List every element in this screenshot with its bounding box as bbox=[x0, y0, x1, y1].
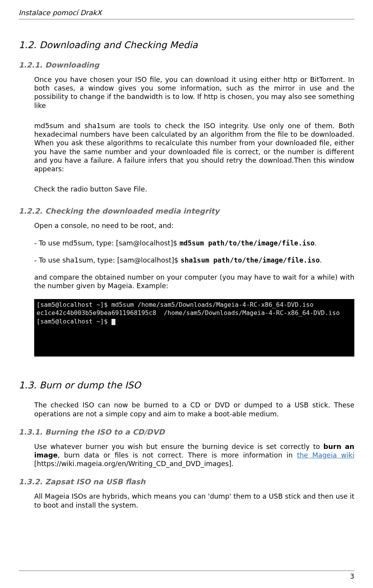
section-1-2-2-body: Open a console, no need to be root, and:… bbox=[19, 221, 354, 357]
document-page: Instalace pomocí DrakX 1.2. Downloading … bbox=[0, 0, 373, 588]
para-1-2-1-a: Once you have chosen your ISO file, you … bbox=[34, 75, 354, 110]
para-1-2-1-c: Check the radio button Save File. bbox=[34, 185, 354, 193]
page-header: Instalace pomocí DrakX bbox=[19, 9, 354, 19]
heading-1-3-1: 1.3.1. Burning the ISO to a CD/DVD bbox=[19, 428, 354, 436]
page-number: 3 bbox=[19, 572, 354, 580]
para-compare: and compare the obtained number on your … bbox=[34, 273, 354, 290]
header-rule bbox=[19, 19, 354, 19]
sha-pre: - To use sha1sum, type: [sam@localhost]$ bbox=[34, 256, 181, 264]
heading-1-2-1: 1.2.1. Downloading bbox=[19, 61, 354, 69]
burn-post: [https://wiki.mageia.org/en/Writing_CD_a… bbox=[34, 460, 234, 468]
terminal-text: [sam5@localhost ~]$ md5sum /home/sam5/Do… bbox=[37, 301, 340, 325]
para-sha1sum: - To use sha1sum, type: [sam@localhost]$… bbox=[34, 256, 354, 264]
section-1-3-2-body: All Mageia ISOs are hybrids, which means… bbox=[19, 492, 354, 509]
md5-post: . bbox=[315, 239, 317, 247]
para-1-2-1-b: md5sum and sha1sum are tools to check th… bbox=[34, 122, 354, 173]
section-1-2-1-body: Once you have chosen your ISO file, you … bbox=[19, 75, 354, 193]
mageia-wiki-link[interactable]: the Mageia wiki bbox=[297, 451, 354, 459]
para-1-3-intro: The checked ISO can now be burned to a C… bbox=[34, 401, 354, 418]
terminal-cursor-icon bbox=[112, 319, 115, 325]
heading-1-2-2: 1.2.2. Checking the downloaded media int… bbox=[19, 207, 354, 215]
heading-1-2: 1.2. Downloading and Checking Media bbox=[19, 40, 354, 50]
footer-rule bbox=[19, 571, 354, 571]
md5-pre: - To use md5sum, type: [sam@localhost]$ bbox=[34, 239, 180, 247]
page-footer: 3 bbox=[19, 571, 354, 580]
sha-command: sha1sum path/to/the/image/file.iso bbox=[181, 256, 320, 264]
header-title: Instalace pomocí DrakX bbox=[19, 9, 354, 17]
sha-post: . bbox=[320, 256, 322, 264]
para-1-3-1: Use whatever burner you wish but ensure … bbox=[34, 442, 354, 468]
heading-1-3-2: 1.3.2. Zapsat ISO na USB flash bbox=[19, 477, 354, 486]
terminal-output: [sam5@localhost ~]$ md5sum /home/sam5/Do… bbox=[34, 299, 354, 357]
md5-command: md5sum path/to/the/image/file.iso bbox=[180, 239, 315, 247]
heading-1-3: 1.3. Burn or dump the ISO bbox=[19, 380, 354, 391]
section-1-3-1-body: Use whatever burner you wish but ensure … bbox=[19, 442, 354, 468]
section-1-3-intro: The checked ISO can now be burned to a C… bbox=[19, 401, 354, 418]
para-open-console: Open a console, no need to be root, and: bbox=[34, 221, 354, 230]
burn-mid: , burn data or files is not correct. The… bbox=[58, 451, 297, 459]
burn-pre: Use whatever burner you wish but ensure … bbox=[34, 443, 323, 451]
para-md5sum: - To use md5sum, type: [sam@localhost]$ … bbox=[34, 239, 354, 247]
para-1-3-2: All Mageia ISOs are hybrids, which means… bbox=[34, 492, 354, 509]
